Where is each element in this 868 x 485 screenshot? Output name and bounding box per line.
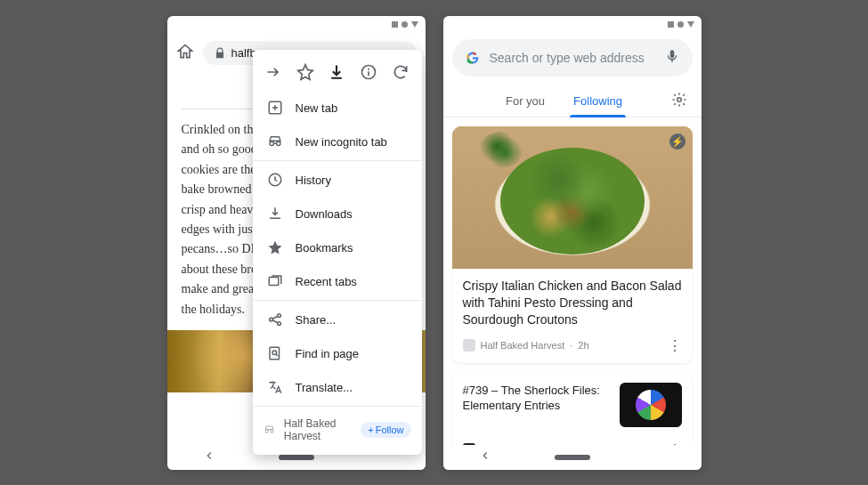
card-title: Crispy Italian Chicken and Bacon Salad w… <box>452 269 693 334</box>
share-icon <box>267 311 283 327</box>
card-title: #739 – The Sherlock Files: Elementary En… <box>463 383 611 414</box>
follow-button[interactable]: +Follow <box>361 422 410 438</box>
nav-bar <box>443 445 702 470</box>
menu-find[interactable]: Find in page <box>253 336 422 370</box>
status-indicators <box>392 21 418 28</box>
card-time: 2h <box>578 340 588 351</box>
mic-icon[interactable] <box>664 48 680 68</box>
download-icon[interactable] <box>327 62 346 82</box>
bookmark-star-icon <box>267 239 283 255</box>
menu-translate[interactable]: Translate... <box>253 370 422 404</box>
search-placeholder: Search or type web address <box>490 51 655 65</box>
recent-tabs-icon <box>267 273 283 289</box>
feed-tabs: For you Following <box>443 85 702 117</box>
menu-incognito[interactable]: New incognito tab <box>253 125 422 158</box>
menu-translate-label: Translate... <box>296 381 353 394</box>
menu-history[interactable]: History <box>253 163 422 197</box>
search-bar[interactable]: Search or type web address <box>452 39 693 77</box>
back-icon[interactable] <box>479 449 491 465</box>
svg-rect-10 <box>669 50 674 58</box>
overflow-menu: New tab New incognito tab History Downlo… <box>253 50 422 455</box>
home-icon[interactable] <box>176 43 194 64</box>
svg-rect-8 <box>270 347 280 360</box>
card-thumbnail <box>620 383 682 427</box>
follow-label: Follow <box>376 424 404 435</box>
back-icon[interactable] <box>203 449 215 465</box>
menu-downloads[interactable]: Downloads <box>253 197 422 230</box>
info-icon[interactable] <box>359 62 378 82</box>
home-pill[interactable] <box>279 455 314 460</box>
source-icon <box>463 339 475 352</box>
menu-new-tab[interactable]: New tab <box>253 91 422 125</box>
lock-icon <box>214 47 226 60</box>
menu-bookmarks-label: Bookmarks <box>296 241 353 255</box>
menu-site-name: Half Baked Harvest <box>284 417 352 442</box>
card-meta: Half Baked Harvest · 2h ⋮ <box>452 334 693 363</box>
svg-rect-4 <box>269 278 279 286</box>
phone-right: Search or type web address For you Follo… <box>443 16 702 470</box>
settings-icon[interactable] <box>671 92 687 111</box>
downloads-icon <box>267 206 283 222</box>
feed[interactable]: ⚡ Crispy Italian Chicken and Bacon Salad… <box>443 117 702 470</box>
menu-new-tab-label: New tab <box>296 101 338 115</box>
card-image: ⚡ <box>452 126 693 269</box>
svg-point-1 <box>368 69 369 70</box>
phone-left: halfba — HALF HAR Crinkled on the outsid… <box>167 16 426 470</box>
incognito-icon <box>267 133 283 150</box>
amp-icon: ⚡ <box>669 133 685 150</box>
more-icon[interactable]: ⋮ <box>668 337 682 354</box>
site-icon <box>264 422 275 438</box>
plus-square-icon <box>267 100 283 116</box>
menu-recent-tabs-label: Recent tabs <box>296 275 357 288</box>
menu-find-label: Find in page <box>296 347 360 360</box>
menu-share[interactable]: Share... <box>253 303 422 336</box>
menu-recent-tabs[interactable]: Recent tabs <box>253 264 422 298</box>
find-icon <box>267 345 283 361</box>
status-indicators <box>668 21 694 28</box>
card-source: Half Baked Harvest <box>481 340 565 351</box>
refresh-icon[interactable] <box>391 62 410 82</box>
menu-incognito-label: New incognito tab <box>296 135 387 149</box>
tab-for-you[interactable]: For you <box>502 85 548 117</box>
home-pill[interactable] <box>555 455 590 460</box>
menu-bookmarks[interactable]: Bookmarks <box>253 230 422 264</box>
feed-card[interactable]: ⚡ Crispy Italian Chicken and Bacon Salad… <box>452 126 693 363</box>
translate-icon <box>267 379 283 395</box>
menu-downloads-label: Downloads <box>296 207 353 221</box>
menu-share-label: Share... <box>296 313 337 327</box>
svg-point-11 <box>677 97 681 101</box>
menu-follow-site[interactable]: Half Baked Harvest +Follow <box>253 408 422 451</box>
history-icon <box>267 172 283 188</box>
star-icon[interactable] <box>296 62 315 82</box>
tab-following[interactable]: Following <box>570 85 626 117</box>
google-icon <box>465 50 481 66</box>
forward-icon[interactable] <box>264 62 283 82</box>
menu-history-label: History <box>296 174 331 187</box>
